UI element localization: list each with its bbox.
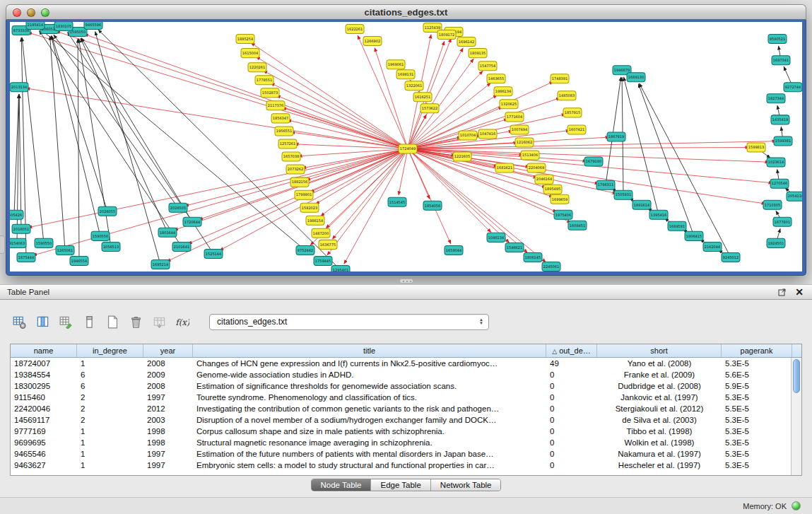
cell-year: 2003 — [143, 414, 193, 426]
svg-text:1056513: 1056513 — [103, 245, 119, 249]
table-row[interactable]: 1938455462009Genome-wide association stu… — [11, 369, 791, 380]
table-body: 1872400712008Changes of HCN gene express… — [11, 358, 791, 475]
cell-title: Embryonic stem cells: a model to study s… — [193, 460, 546, 471]
svg-text:1657038: 1657038 — [283, 154, 299, 158]
cell-name: 9699695 — [11, 437, 77, 448]
column-header-name[interactable]: name — [11, 344, 77, 357]
cell-name: 19384554 — [11, 369, 77, 380]
cell-year: 2009 — [143, 369, 193, 380]
function-icon[interactable]: f(x) — [173, 313, 192, 331]
svg-text:1679190: 1679190 — [586, 159, 601, 163]
cell-pagerank: 5.5E-5 — [722, 403, 791, 414]
svg-text:1882156: 1882156 — [292, 180, 307, 184]
tab-edge-table[interactable]: Edge Table — [371, 479, 430, 491]
column-header-out_degree[interactable]: △out_de… — [546, 344, 597, 357]
column-icon[interactable] — [80, 313, 98, 331]
svg-text:1677801: 1677801 — [775, 220, 790, 224]
sort-indicator-icon: △ — [552, 348, 557, 355]
svg-text:2013134: 2013134 — [11, 85, 27, 89]
svg-text:1906415: 1906415 — [686, 234, 702, 238]
vertical-scrollbar[interactable] — [791, 358, 801, 475]
tab-network-table[interactable]: Network Table — [431, 479, 501, 491]
svg-text:1615004: 1615004 — [242, 51, 258, 55]
table-row[interactable]: 1456911722003Disruption of a novel membe… — [11, 414, 791, 426]
cell-year: 1998 — [143, 426, 193, 437]
svg-text:1487200: 1487200 — [313, 231, 329, 235]
cell-pagerank: 5.3E-5 — [722, 448, 791, 460]
cell-title: Estimation of the future numbers of pati… — [193, 448, 546, 460]
table-row[interactable]: 1872400712008Changes of HCN gene express… — [11, 358, 791, 369]
svg-text:1698131: 1698131 — [398, 72, 413, 76]
cell-year: 2008 — [143, 380, 193, 392]
svg-text:1699659: 1699659 — [552, 197, 567, 201]
cell-name: 18300295 — [11, 380, 77, 392]
table-selector-dropdown[interactable]: citations_edges.txt ▲▼ — [209, 314, 489, 330]
svg-text:1505931: 1505931 — [616, 192, 631, 197]
svg-text:1463655: 1463655 — [488, 76, 504, 81]
browse-columns-icon[interactable] — [33, 313, 52, 331]
svg-text:1801644: 1801644 — [160, 230, 175, 235]
edit-table-icon[interactable] — [57, 313, 75, 331]
table-row[interactable]: 977716911998Corpus callosum shape and si… — [11, 426, 791, 437]
svg-text:9590521: 9590521 — [770, 37, 785, 41]
cell-pagerank: 5.3E-5 — [722, 414, 791, 426]
svg-text:f(x): f(x) — [176, 317, 189, 327]
table-row[interactable]: 946362711997Embryonic stem cells: a mode… — [11, 460, 791, 471]
svg-text:1689130: 1689130 — [628, 75, 644, 79]
network-window: citations_edges.txt 17240491885254161500… — [6, 4, 806, 276]
splitter-handle[interactable] — [399, 279, 413, 284]
table-settings-icon[interactable] — [10, 313, 28, 331]
svg-text:1010704: 1010704 — [460, 133, 476, 137]
svg-text:1799901: 1799901 — [296, 192, 312, 197]
column-header-year[interactable]: year — [143, 344, 193, 357]
svg-text:1724049: 1724049 — [400, 146, 416, 151]
node-table: namein_degreeyeartitle△out_de…shortpager… — [10, 344, 802, 476]
cell-name: 14569117 — [11, 414, 77, 426]
cell-title: Disruption of a novel member of a sodium… — [193, 414, 546, 426]
cell-out_degree: 49 — [546, 358, 597, 369]
table-row[interactable]: 911546021997Tourette syndrome. Phenomeno… — [11, 392, 791, 403]
table-row[interactable]: 1830029562008Estimation of significance … — [11, 380, 791, 392]
cell-title: Tourette syndrome. Phenomenology and cla… — [193, 392, 546, 403]
cell-out_degree: 0 — [546, 403, 597, 414]
svg-text:1220261: 1220261 — [249, 65, 265, 69]
svg-text:1023614: 1023614 — [768, 160, 784, 164]
cell-out_degree: 0 — [546, 380, 597, 392]
new-document-icon[interactable] — [103, 313, 122, 331]
svg-text:1720644: 1720644 — [184, 220, 200, 224]
svg-text:1778551: 1778551 — [257, 78, 272, 82]
cell-name: 18724007 — [11, 358, 77, 369]
svg-text:1599813: 1599813 — [748, 145, 764, 149]
import-table-icon[interactable] — [150, 313, 168, 331]
svg-text:1608451: 1608451 — [570, 223, 585, 228]
table-row[interactable]: 946554611997Estimation of the future num… — [11, 448, 791, 460]
svg-text:1659044: 1659044 — [446, 248, 461, 252]
cell-title: Investigating the contribution of common… — [193, 403, 546, 414]
cell-in_degree: 6 — [77, 380, 143, 392]
svg-text:2016051: 2016051 — [13, 227, 29, 231]
column-header-title[interactable]: title — [193, 344, 546, 357]
cell-title: Changes of HCN gene expression and I(f) … — [193, 358, 546, 369]
svg-text:1514545: 1514545 — [389, 200, 405, 204]
svg-text:1856347: 1856347 — [273, 116, 288, 120]
column-header-short[interactable]: short — [597, 344, 722, 357]
cell-title: Genome-wide association studies in ADHD. — [193, 369, 546, 380]
memory-status-icon — [792, 501, 801, 510]
network-canvas[interactable]: 1724049188525416150041220261177855115028… — [10, 22, 802, 271]
table-row[interactable]: 969969511998Structural magnetic resonanc… — [11, 437, 791, 448]
svg-text:1681621: 1681621 — [497, 165, 512, 170]
column-header-pagerank[interactable]: pagerank — [722, 344, 792, 357]
svg-text:9245012: 9245012 — [723, 255, 739, 259]
tab-node-table[interactable]: Node Table — [312, 479, 372, 491]
float-panel-icon[interactable] — [777, 286, 788, 298]
table-row[interactable]: 2242004622012Investigating the contribut… — [11, 403, 791, 414]
svg-text:1590556: 1590556 — [93, 234, 108, 238]
svg-text:1485083: 1485083 — [559, 93, 575, 98]
scrollbar-thumb[interactable] — [793, 359, 800, 393]
svg-text:1895495: 1895495 — [545, 187, 560, 191]
close-panel-icon[interactable]: ✕ — [794, 286, 805, 298]
svg-text:2204069: 2204069 — [529, 165, 544, 170]
column-header-in_degree[interactable]: in_degree — [77, 344, 143, 357]
window-titlebar[interactable]: citations_edges.txt — [6, 4, 806, 20]
delete-icon[interactable] — [126, 313, 145, 331]
